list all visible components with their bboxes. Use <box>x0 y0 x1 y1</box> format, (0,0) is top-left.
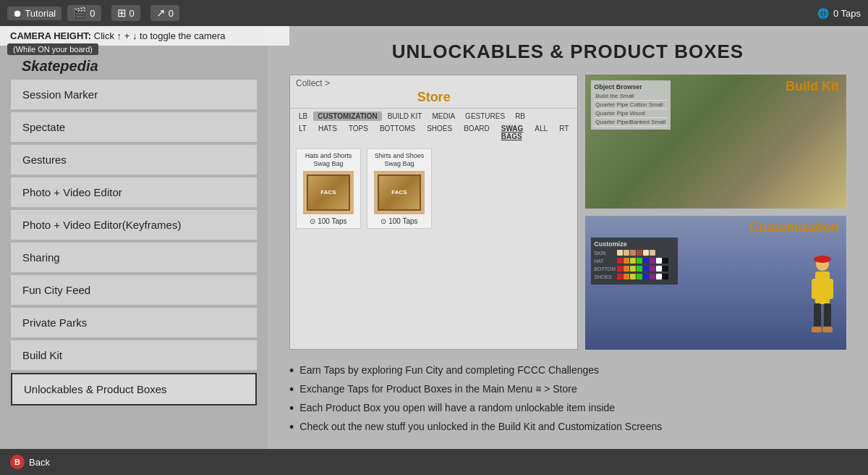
store-item-title-0: Hats and Shorts Swag Bag <box>299 152 357 168</box>
shoes-color-0[interactable] <box>617 274 623 279</box>
custom-row-hat: HAT <box>594 258 675 264</box>
sidebar-item-6[interactable]: Fun City Feed <box>11 275 257 305</box>
sidebar-item-0[interactable]: Session Marker <box>11 80 257 109</box>
skin-label: SKIN <box>594 251 616 256</box>
skin-color-4[interactable] <box>643 250 649 256</box>
store-tab2-bottoms[interactable]: BOTTOMS <box>375 124 420 141</box>
bullet-item-2: •Each Product Box you open will have a r… <box>289 402 846 415</box>
bullet-item-1: •Exchange Taps for Product Boxes in the … <box>289 383 846 396</box>
bottom-color-6[interactable] <box>656 266 662 272</box>
hat-color-3[interactable] <box>637 258 642 264</box>
store-tab1-gestures[interactable]: GESTURES <box>461 112 509 121</box>
shoes-color-4[interactable] <box>643 274 649 279</box>
camera-height-bar: CAMERA HEIGHT: Click ↑ + ↓ to toggle the… <box>0 26 289 46</box>
sidebar-item-4[interactable]: Photo + Video Editor(Keyframes) <box>11 210 257 240</box>
svg-rect-4 <box>814 303 821 329</box>
shoes-label: SHOES <box>594 274 616 279</box>
back-button[interactable]: B Back <box>10 455 50 469</box>
icon2-count: 0 <box>129 8 135 19</box>
sidebar-item-5[interactable]: Sharing <box>11 243 257 272</box>
bullet-text-2: Each Product Box you open will have a ra… <box>299 402 615 413</box>
bottom-color-3[interactable] <box>637 266 642 272</box>
hat-color-7[interactable] <box>663 258 668 264</box>
bullet-item-0: •Earn Taps by exploring Fun City and com… <box>289 364 846 377</box>
bullet-item-3: •Check out the new stuff you unlocked in… <box>289 421 846 434</box>
top-bar-right: 🌐 0 Taps <box>817 8 861 19</box>
bottom-color-5[interactable] <box>650 266 655 272</box>
store-item-img-0 <box>303 171 354 214</box>
sidebar-item-7[interactable]: Private Parks <box>11 308 257 337</box>
sidebar-item-2[interactable]: Gestures <box>11 145 257 175</box>
sidebar-item-8[interactable]: Build Kit <box>11 340 257 370</box>
shoes-color-1[interactable] <box>624 274 629 279</box>
store-item-0[interactable]: Hats and Shorts Swag Bag ⊙ 100 Taps <box>296 148 361 229</box>
bullets-section: •Earn Taps by exploring Fun City and com… <box>289 361 846 442</box>
bottom-color-7[interactable] <box>663 266 668 272</box>
hat-color-6[interactable] <box>656 258 662 264</box>
store-tab2-all[interactable]: ALL <box>530 124 552 141</box>
store-panel: Collect > Store LBCUSTOMIZATIONBUILD KIT… <box>289 75 578 350</box>
store-tab1-build-kit[interactable]: BUILD KIT <box>383 112 427 121</box>
bottom-label: BOTTOM <box>594 266 616 272</box>
icon-badge-2[interactable]: ⊞ 0 <box>111 5 140 21</box>
bottom-color-1[interactable] <box>624 266 629 272</box>
sidebar-item-3[interactable]: Photo + Video Editor <box>11 177 257 207</box>
shoes-color-7[interactable] <box>663 274 668 279</box>
hat-color-4[interactable] <box>643 258 649 264</box>
bottom-color-2[interactable] <box>630 266 636 272</box>
page-title: UNLOCKABLES & PRODUCT BOXES <box>289 41 846 63</box>
customization-panel: Customization Customize SKINHATBOTTOMSHO… <box>585 216 846 350</box>
store-tab2-hats[interactable]: HATS <box>314 124 341 141</box>
shoes-color-2[interactable] <box>630 274 636 279</box>
bottom-color-0[interactable] <box>617 266 623 272</box>
build-kit-panel: Build Kit Object Browser Build the Small… <box>585 75 846 209</box>
sidebar-title: Skatepedia <box>22 58 98 75</box>
hat-color-0[interactable] <box>617 258 623 264</box>
sidebar-item-1[interactable]: Spectate <box>11 112 257 142</box>
custom-row-bottom: BOTTOM <box>594 266 675 272</box>
icon-badge-1[interactable]: 🎬 0 <box>67 5 101 21</box>
bullet-text-3: Check out the new stuff you unlocked in … <box>299 421 662 432</box>
store-tab2-tops[interactable]: TOPS <box>344 124 373 141</box>
bottom-color-4[interactable] <box>643 266 649 272</box>
hat-label: HAT <box>594 258 616 264</box>
store-tab2-swag-bags[interactable]: SWAG BAGS <box>497 124 528 141</box>
store-tabs-row2: LTHATSTOPSBOTTOMSSHOESBOARDSWAG BAGSALLR… <box>290 122 577 144</box>
store-tab2-lt[interactable]: LT <box>294 124 311 141</box>
hat-color-5[interactable] <box>650 258 655 264</box>
icon1-count: 0 <box>90 8 95 19</box>
store-tab2-shoes[interactable]: SHOES <box>422 124 456 141</box>
shoes-color-3[interactable] <box>637 274 642 279</box>
hat-color-2[interactable] <box>630 258 636 264</box>
customization-label: Customization <box>749 220 839 235</box>
hat-color-1[interactable] <box>624 258 629 264</box>
tutorial-label: Tutorial <box>25 8 56 19</box>
store-tab1-rb[interactable]: RB <box>511 112 529 121</box>
bullet-dot-3: • <box>289 421 294 434</box>
store-item-1[interactable]: Shirts and Shoes Swag Bag ⊙ 100 Taps <box>367 148 432 229</box>
shoes-color-5[interactable] <box>650 274 655 279</box>
store-tab1-media[interactable]: MEDIA <box>427 112 459 121</box>
skin-color-3[interactable] <box>637 250 642 256</box>
icon-badge-3[interactable]: ↗ 0 <box>150 5 179 21</box>
skin-color-2[interactable] <box>630 250 636 256</box>
custom-row-skin: SKIN <box>594 250 675 256</box>
shoes-color-6[interactable] <box>656 274 662 279</box>
skin-color-1[interactable] <box>624 250 629 256</box>
bullet-dot-1: • <box>289 383 294 396</box>
hat-colors <box>617 258 668 264</box>
svg-rect-3 <box>825 279 833 299</box>
store-breadcrumb: Collect > <box>290 75 577 88</box>
svg-rect-5 <box>824 303 831 329</box>
store-tab2-rt[interactable]: RT <box>555 124 573 141</box>
store-tab1-customization[interactable]: CUSTOMIZATION <box>313 112 381 121</box>
grid-icon: ⊞ <box>117 7 127 20</box>
skin-color-0[interactable] <box>617 250 623 256</box>
share-icon: ↗ <box>156 7 166 20</box>
store-tab1-lb[interactable]: LB <box>294 112 312 121</box>
custom-row-shoes: SHOES <box>594 274 675 279</box>
bullet-text-1: Exchange Taps for Product Boxes in the M… <box>299 383 576 395</box>
store-tab2-board[interactable]: BOARD <box>459 124 494 141</box>
sidebar-item-9[interactable]: Unlockables & Product Boxes <box>11 373 257 405</box>
skin-color-5[interactable] <box>650 250 655 256</box>
